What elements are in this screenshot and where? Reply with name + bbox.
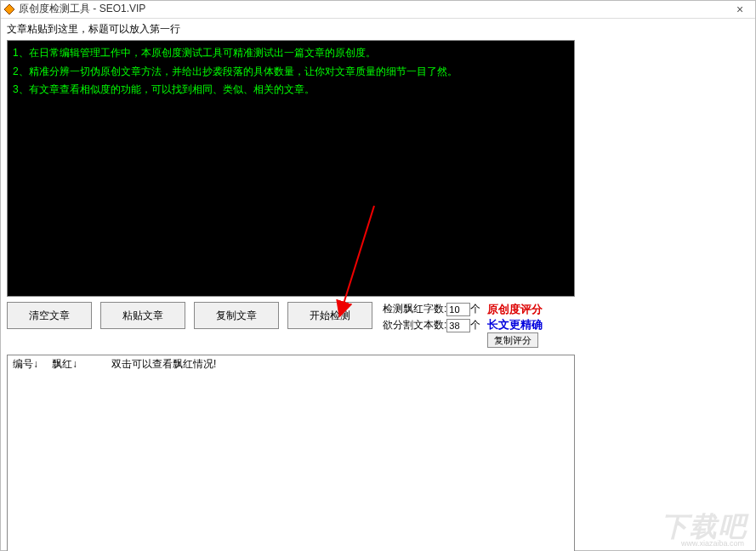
split-input[interactable] — [446, 319, 470, 332]
article-editor[interactable]: 1、在日常编辑管理工作中，本原创度测试工具可精准测试出一篇文章的原创度。 2、精… — [7, 40, 575, 297]
clear-button[interactable]: 清空文章 — [7, 302, 92, 329]
score-line1: 原创度评分 — [487, 302, 543, 317]
editor-line: 2、精准分辨一切伪原创文章方法，并给出抄袭段落的具体数量，让你对文章质量的细节一… — [13, 63, 569, 82]
results-col-red: 飘红↓ — [52, 357, 77, 372]
titlebar: 原创度检测工具 - SEO1.VIP × — [0, 0, 756, 19]
results-panel[interactable]: 编号↓ 飘红↓ 双击可以查看飘红情况! — [7, 355, 575, 551]
split-unit: 个 — [470, 318, 480, 332]
detect-unit: 个 — [470, 302, 480, 316]
detect-input[interactable] — [446, 303, 470, 316]
start-button[interactable]: 开始检测 — [287, 302, 372, 329]
split-label: 欲分割文本数: — [383, 318, 446, 332]
close-button[interactable]: × — [727, 3, 753, 16]
score-box: 原创度评分 长文更精确 复制评分 — [487, 302, 543, 348]
controls-row: 清空文章 粘贴文章 复制文章 开始检测 检测飘红字数: 个 欲分割文本数: 个 … — [0, 297, 756, 351]
results-col-id: 编号↓ — [13, 357, 38, 372]
editor-line: 3、有文章查看相似度的功能，可以找到相同、类似、相关的文章。 — [13, 81, 569, 99]
paste-button[interactable]: 粘贴文章 — [100, 302, 185, 329]
results-header: 编号↓ 飘红↓ 双击可以查看飘红情况! — [8, 355, 574, 373]
score-line2: 长文更精确 — [487, 317, 543, 332]
editor-line: 1、在日常编辑管理工作中，本原创度测试工具可精准测试出一篇文章的原创度。 — [13, 44, 569, 63]
svg-marker-0 — [4, 4, 14, 14]
detect-label: 检测飘红字数: — [383, 302, 446, 316]
window-title: 原创度检测工具 - SEO1.VIP — [19, 2, 727, 16]
app-icon — [3, 3, 15, 15]
copy-score-button[interactable]: 复制评分 — [487, 332, 538, 348]
params-block: 检测飘红字数: 个 欲分割文本数: 个 — [383, 302, 480, 332]
results-hint: 双击可以查看飘红情况! — [111, 357, 216, 372]
instruction-label: 文章粘贴到这里，标题可以放入第一行 — [0, 19, 756, 38]
copy-button[interactable]: 复制文章 — [194, 302, 279, 329]
